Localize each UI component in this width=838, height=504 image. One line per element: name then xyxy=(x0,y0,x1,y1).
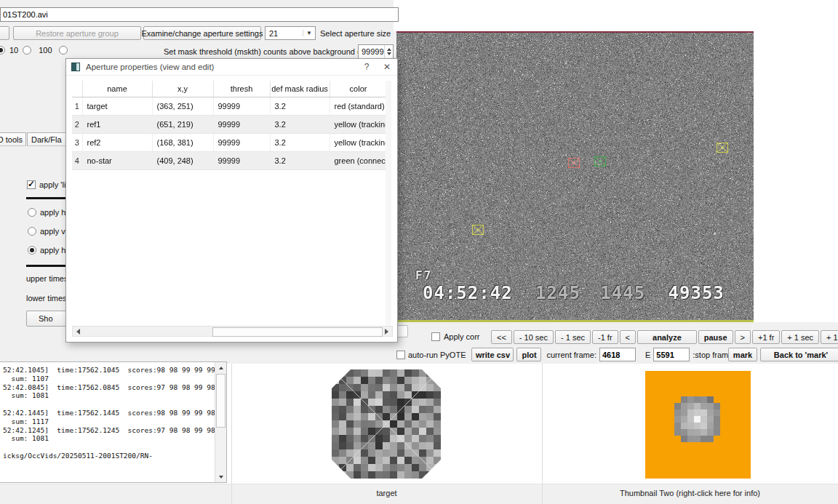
cell-thresh[interactable]: 99999 xyxy=(213,116,270,134)
aperture-marker-target[interactable] xyxy=(568,158,580,168)
apply-h1-radio[interactable] xyxy=(28,208,36,217)
cell-color[interactable]: yellow (tracking ... xyxy=(330,116,387,134)
playback--10-sec[interactable]: - 10 sec xyxy=(514,330,554,344)
aperture-size-select[interactable]: 21 ▼ xyxy=(265,26,316,40)
tab-tools-label: D tools xyxy=(0,135,23,144)
cell-num[interactable]: 2 xyxy=(72,116,82,134)
image-view[interactable]: F7 04:52:42 1245 1445 49353 xyxy=(396,31,754,322)
restore-aperture-group-button[interactable]: Restore aperture group xyxy=(13,26,141,40)
scrollbar-thumb[interactable] xyxy=(216,374,226,428)
cell-thresh[interactable]: 99999 xyxy=(213,97,270,116)
thumbnail-one-target[interactable] xyxy=(332,369,441,479)
aperture-size-value: 21 xyxy=(266,29,303,38)
col-mask-radius[interactable]: def mask radius xyxy=(270,81,330,97)
log-scrollbar[interactable] xyxy=(215,362,226,482)
cell-name[interactable]: no-star xyxy=(82,152,152,170)
apply-h1-radio-row[interactable]: apply ho xyxy=(28,208,71,217)
col-thresh[interactable]: thresh xyxy=(213,81,270,97)
col-xy[interactable]: x,y xyxy=(152,81,213,97)
aperture-row[interactable]: 2ref1(651, 219)999993.2yellow (tracking … xyxy=(72,116,387,134)
threshold-step-radio-group: 10 100 xyxy=(0,46,68,55)
apply-h2-radio-row[interactable]: apply ho xyxy=(28,246,71,255)
cell-xy[interactable]: (409, 248) xyxy=(152,152,213,170)
cell-name[interactable]: ref2 xyxy=(82,134,152,152)
help-button[interactable]: ? xyxy=(356,62,377,72)
apply-v-radio[interactable] xyxy=(28,227,36,236)
scroll-left-icon[interactable] xyxy=(73,327,84,336)
aperture-row[interactable]: 4no-star(409, 248)999993.2green (connect… xyxy=(72,152,387,170)
write-csv-button[interactable]: write csv xyxy=(471,348,514,361)
toolbar-fragment-button[interactable] xyxy=(0,26,9,40)
apply-linear-checkbox-row[interactable]: apply 'lin xyxy=(27,180,70,189)
cell-color[interactable]: red (standard) xyxy=(330,97,387,116)
filename-field[interactable] xyxy=(0,7,399,22)
step-radio-100[interactable] xyxy=(59,46,68,55)
cell-radius[interactable]: 3.2 xyxy=(270,116,330,134)
aperture-marker-ref2[interactable] xyxy=(472,225,484,235)
stop-frame-field[interactable] xyxy=(653,348,690,361)
playback--1-fr[interactable]: -1 fr xyxy=(592,330,618,344)
cell-radius[interactable]: 3.2 xyxy=(270,97,330,116)
app-icon xyxy=(71,63,80,71)
dialog-titlebar[interactable]: Aperture properties (view and edit) ? ✕ xyxy=(66,59,397,76)
step-radio-selected[interactable] xyxy=(0,46,5,55)
playback--1-sec[interactable]: + 1 sec xyxy=(781,330,819,344)
current-frame-field[interactable] xyxy=(599,348,636,361)
dialog-hscrollbar[interactable] xyxy=(72,326,393,337)
apply-corr-row[interactable]: Apply corr xyxy=(431,332,480,341)
cell-xy[interactable]: (363, 251) xyxy=(152,97,213,116)
tab-tools[interactable]: D tools xyxy=(0,132,26,146)
cell-name[interactable]: target xyxy=(82,97,152,116)
scrollbar-thumb[interactable] xyxy=(212,327,383,337)
cell-name[interactable]: ref1 xyxy=(82,116,152,134)
close-icon[interactable]: ✕ xyxy=(377,62,397,72)
cell-thresh[interactable]: 99999 xyxy=(213,152,270,170)
apply-corr-checkbox[interactable] xyxy=(431,332,440,341)
playback--10-sec[interactable]: + 10 sec xyxy=(821,330,838,344)
vti-timestamp-overlay: 04:52:42 1245 1445 49353 xyxy=(423,283,725,303)
cell-color[interactable]: yellow (tracking ... xyxy=(330,134,387,152)
playback-pause[interactable]: pause xyxy=(698,330,733,344)
playback--[interactable]: > xyxy=(735,330,751,344)
corner-header xyxy=(72,81,82,97)
cell-num[interactable]: 4 xyxy=(72,152,82,170)
aperture-row[interactable]: 1target(363, 251)999993.2red (standard) xyxy=(72,97,387,116)
thumbnail-two[interactable] xyxy=(645,371,751,479)
scroll-down-icon[interactable] xyxy=(215,471,226,482)
mark-button[interactable]: mark xyxy=(728,348,757,361)
col-name[interactable]: name xyxy=(82,81,152,97)
cell-color[interactable]: green (connect t... xyxy=(330,152,387,170)
dialog-vscroll-track[interactable] xyxy=(386,81,391,326)
examine-aperture-settings-button[interactable]: Examine/change aperture settings xyxy=(143,26,261,40)
autorun-pyote-checkbox[interactable] xyxy=(396,351,405,359)
aperture-marker-no-star[interactable] xyxy=(594,156,606,167)
aperture-marker-ref1[interactable] xyxy=(717,143,728,153)
scroll-right-icon[interactable] xyxy=(381,327,392,336)
cell-num[interactable]: 1 xyxy=(72,97,82,116)
apply-v-radio-row[interactable]: apply ve xyxy=(28,227,70,236)
scroll-up-icon[interactable] xyxy=(215,362,226,373)
apply-linear-checkbox[interactable] xyxy=(27,180,36,189)
stop-frame-label: :stop frame xyxy=(693,351,733,359)
playback--1-sec[interactable]: - 1 sec xyxy=(555,330,591,344)
plot-button[interactable]: plot xyxy=(516,348,541,361)
playback--[interactable]: << xyxy=(491,330,512,344)
apply-h2-radio[interactable] xyxy=(28,246,36,255)
playback--1-fr[interactable]: +1 fr xyxy=(752,330,780,344)
cell-radius[interactable]: 3.2 xyxy=(270,134,330,152)
cell-radius[interactable]: 3.2 xyxy=(270,152,330,170)
aperture-row[interactable]: 3ref2(168, 381)999993.2yellow (tracking … xyxy=(72,134,387,152)
mask-threshold-spinner[interactable]: 99999 xyxy=(358,44,394,59)
cell-num[interactable]: 3 xyxy=(72,134,82,152)
playback--[interactable]: < xyxy=(620,330,636,344)
star-field-image[interactable] xyxy=(396,33,754,320)
col-color[interactable]: color xyxy=(330,81,387,97)
cell-xy[interactable]: (651, 219) xyxy=(152,116,213,134)
step-radio-10[interactable] xyxy=(23,46,31,55)
cell-thresh[interactable]: 99999 xyxy=(213,134,270,152)
spinner-arrows-icon[interactable] xyxy=(384,45,393,58)
back-to-mark-button[interactable]: Back to 'mark' xyxy=(760,348,838,361)
cell-xy[interactable]: (168, 381) xyxy=(152,134,213,152)
show-button[interactable]: Sho xyxy=(26,311,68,327)
playback-analyze[interactable]: analyze xyxy=(637,330,697,344)
